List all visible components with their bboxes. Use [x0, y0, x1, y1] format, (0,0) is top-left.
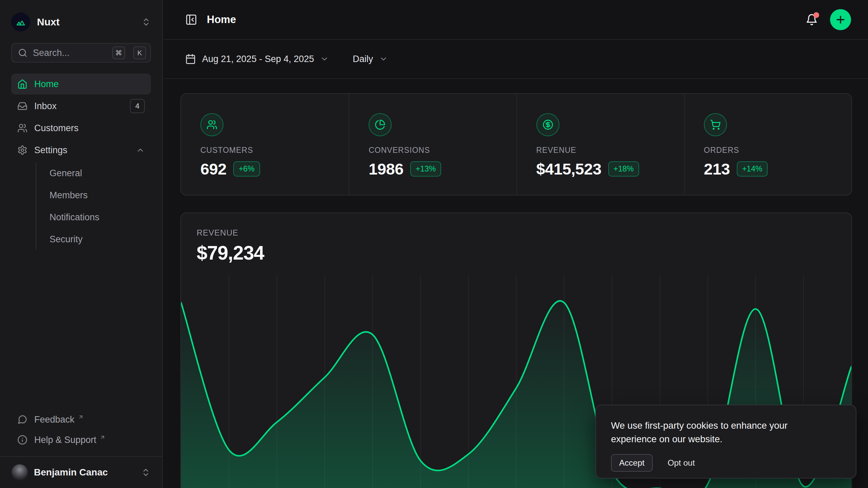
stat-label: ORDERS: [704, 146, 838, 155]
workspace-switcher[interactable]: Nuxt: [11, 11, 151, 33]
stat-delta-badge: +13%: [410, 161, 441, 177]
search-placeholder: Search...: [33, 48, 107, 58]
page-title: Home: [207, 14, 236, 26]
feedback-link[interactable]: Feedback: [11, 409, 151, 430]
sidebar-item-label: Inbox: [34, 101, 57, 111]
stat-delta-badge: +14%: [737, 161, 768, 177]
settings-sub-list: General Members Notifications Security: [36, 163, 151, 250]
feedback-label: Feedback: [34, 414, 75, 425]
users-icon: [17, 123, 27, 133]
user-menu[interactable]: Benjamin Canac: [5, 461, 157, 484]
kbd-cmd: ⌘: [112, 46, 125, 59]
sidebar-item-inbox[interactable]: Inbox 4: [11, 96, 151, 117]
period-value: Daily: [353, 54, 373, 64]
sidebar-item-label: Home: [34, 79, 59, 89]
sidebar-item-label: Settings: [34, 145, 67, 156]
sidebar-item-security[interactable]: Security: [47, 229, 151, 250]
stat-label: CUSTOMERS: [200, 146, 335, 155]
stat-label: REVENUE: [536, 146, 670, 155]
search-input[interactable]: Search... ⌘ K: [11, 43, 151, 63]
chevron-down-icon: [320, 55, 329, 63]
chevron-up-icon: [136, 146, 145, 155]
cart-icon: [704, 113, 727, 136]
sidebar-item-notifications[interactable]: Notifications: [47, 207, 151, 228]
stat-value: $415,523: [536, 160, 601, 178]
sidebar-item-customers[interactable]: Customers: [11, 118, 151, 139]
gear-icon: [17, 145, 27, 155]
help-support-label: Help & Support: [34, 435, 96, 445]
inbox-icon: [17, 101, 27, 111]
arrow-up-right-icon: [100, 434, 105, 440]
chevrons-up-down-icon: [141, 468, 151, 477]
info-circle-icon: [17, 435, 27, 445]
calendar-icon: [185, 54, 196, 64]
chevrons-up-down-icon: [141, 17, 151, 27]
message-bubble-icon: [17, 414, 27, 425]
nuxt-logo-icon: [11, 13, 30, 32]
users-icon: [200, 113, 223, 136]
search-icon: [18, 48, 27, 58]
help-support-link[interactable]: Help & Support: [11, 430, 151, 450]
notification-dot: [813, 12, 819, 18]
add-button[interactable]: [830, 9, 851, 30]
arrow-up-right-icon: [78, 414, 84, 420]
circle-dollar-icon: [536, 113, 559, 136]
chevron-down-icon: [379, 55, 388, 63]
sidebar-user-section: Benjamin Canac: [0, 456, 162, 488]
cookie-banner: We use first-party cookies to enhance yo…: [595, 405, 856, 479]
stat-conversions[interactable]: CONVERSIONS 1986 +13%: [349, 94, 516, 195]
user-name: Benjamin Canac: [34, 467, 108, 478]
sidebar-footer-links: Feedback Help & Support: [0, 409, 162, 456]
revenue-panel-value: $79,234: [197, 242, 851, 264]
stat-revenue[interactable]: REVENUE $415,523 +18%: [516, 94, 684, 195]
home-icon: [17, 79, 27, 89]
stat-label: CONVERSIONS: [369, 146, 502, 155]
workspace-name: Nuxt: [37, 16, 60, 28]
sidebar-item-members[interactable]: Members: [47, 185, 151, 206]
sidebar-collapse-icon[interactable]: [185, 14, 197, 26]
kbd-k: K: [133, 46, 146, 59]
sidebar-item-settings[interactable]: Settings: [11, 140, 151, 161]
cookie-optout-button[interactable]: Opt out: [668, 455, 695, 471]
period-select[interactable]: Daily: [353, 54, 388, 64]
user-avatar: [12, 464, 28, 481]
header-actions: [806, 9, 851, 30]
sidebar-nav: Home Inbox 4 Customers Settings Ge: [0, 74, 162, 251]
sidebar-item-label: Customers: [34, 123, 79, 134]
stat-value: 213: [704, 160, 730, 178]
stat-customers[interactable]: CUSTOMERS 692 +6%: [181, 94, 349, 195]
date-range-picker[interactable]: Aug 21, 2025 - Sep 4, 2025: [185, 54, 329, 64]
inbox-count-badge: 4: [130, 99, 145, 113]
cookie-message: We use first-party cookies to enhance yo…: [611, 419, 828, 446]
cookie-accept-button[interactable]: Accept: [611, 454, 653, 472]
sidebar-spacer: [0, 251, 162, 409]
stat-delta-badge: +6%: [233, 161, 260, 177]
page-header: Home: [163, 0, 868, 40]
sidebar: Nuxt Search... ⌘ K Home Inbox 4: [0, 0, 163, 488]
revenue-panel-label: REVENUE: [197, 228, 851, 238]
sidebar-item-home[interactable]: Home: [11, 74, 151, 95]
notifications-bell-icon[interactable]: [806, 14, 818, 26]
stats-card: CUSTOMERS 692 +6% CONVERSIONS 1986 +13%: [180, 93, 852, 196]
filters-toolbar: Aug 21, 2025 - Sep 4, 2025 Daily: [163, 40, 868, 79]
date-range-value: Aug 21, 2025 - Sep 4, 2025: [202, 54, 314, 64]
stat-value: 1986: [369, 160, 403, 178]
sidebar-item-general[interactable]: General: [47, 163, 151, 184]
stat-value: 692: [200, 160, 226, 178]
stat-delta-badge: +18%: [608, 161, 639, 177]
stat-orders[interactable]: ORDERS 213 +14%: [684, 94, 851, 195]
pie-chart-icon: [369, 113, 392, 136]
